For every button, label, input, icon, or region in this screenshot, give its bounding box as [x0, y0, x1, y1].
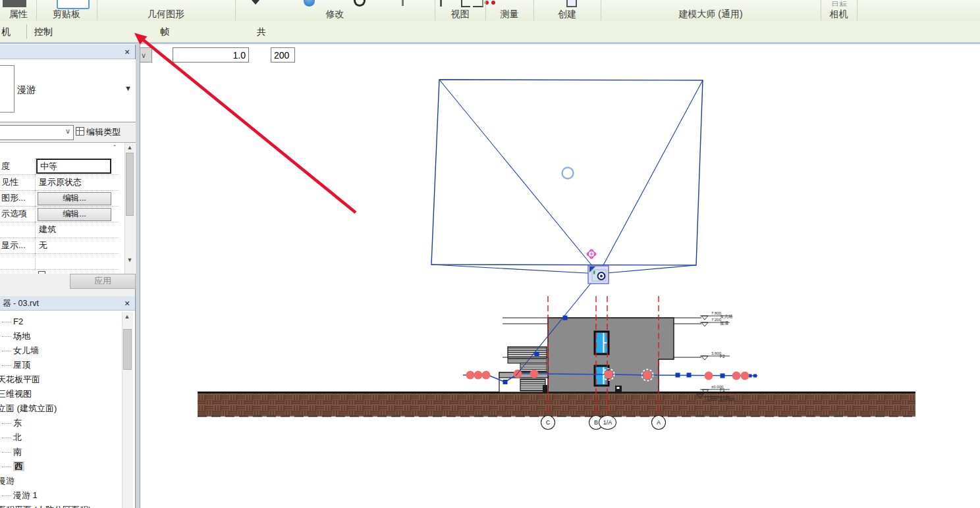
level-f2: 3.600 F2 — [700, 351, 730, 360]
window-upper[interactable] — [595, 332, 609, 354]
detail-level-value[interactable]: 中等 — [36, 159, 111, 174]
parts-visibility-value[interactable]: 显示原状态 — [36, 174, 118, 190]
properties-icon[interactable] — [3, 0, 26, 7]
scrollbar-thumb[interactable] — [126, 153, 134, 216]
control-label: 控制 — [34, 26, 53, 38]
tree-item-f2[interactable]: F2 — [0, 315, 121, 329]
filter-combo-row: ∨ 编辑类型 — [0, 122, 136, 142]
scroll-up-icon[interactable]: ▲ — [125, 143, 134, 152]
red-pins-icon[interactable] — [485, 0, 498, 5]
svg-text:B: B — [594, 419, 598, 426]
tree-cat-elevations[interactable]: 立面 (建筑立面) — [0, 401, 121, 416]
project-browser: 器 - 03.rvt × F2 场地 女儿墙 屋顶 天花板平面 三维视图 立面 … — [0, 296, 136, 508]
scroll-up-icon[interactable]: ▲ — [122, 312, 132, 321]
trim-icon[interactable] — [473, 0, 483, 7]
tree-item-west-selected[interactable]: 西 — [0, 459, 121, 474]
split-icon[interactable] — [461, 0, 470, 7]
ribbon-group-create[interactable]: 创建 — [533, 9, 601, 21]
chevron-down-icon: ∨ — [65, 127, 70, 136]
drawing-canvas[interactable]: 7.800 女儿墙 7.200 屋顶 3.600 F2 ±0.000 F1 — [140, 43, 980, 508]
small-glyph-icon[interactable] — [402, 0, 404, 6]
tree-cat-walkthroughs[interactable]: 漫游 — [0, 474, 121, 488]
blue-sphere-icon[interactable] — [304, 0, 315, 7]
ribbon-group-geometry[interactable]: 几何图形 — [97, 9, 235, 21]
discipline-value[interactable]: 建筑 — [36, 222, 118, 238]
panel-divider[interactable] — [136, 43, 140, 508]
site-ground[interactable] — [198, 392, 915, 417]
cube-icon[interactable] — [566, 0, 577, 7]
align-icon[interactable] — [440, 0, 442, 7]
tree-item-south[interactable]: 南 — [0, 445, 121, 459]
arc-icon[interactable] — [354, 0, 366, 7]
tree-item-east[interactable]: 东 — [0, 416, 121, 430]
properties-titlebar[interactable]: × — [0, 45, 135, 59]
browser-scrollbar[interactable]: ▲ — [122, 312, 133, 508]
ribbon-group-modeling-master[interactable]: 建模大师 (通用) — [601, 9, 821, 21]
level-roof: 7.200 屋顶 — [700, 318, 730, 326]
tree-cat-ceiling-plans[interactable]: 天花板平面 — [0, 372, 121, 387]
frame-label: 帧 — [160, 26, 169, 38]
tree-cat-area-plans-clipped[interactable]: 面积平面 (人防分区面积) — [0, 503, 121, 508]
property-row[interactable]: 度 中等 — [0, 159, 118, 175]
collapse-icon[interactable]: ˆ — [113, 144, 116, 152]
svg-text:-0.150: -0.150 — [706, 397, 718, 401]
modify-button-partial[interactable] — [57, 0, 90, 9]
vg-overrides-edit-button[interactable]: 编辑... — [38, 192, 111, 205]
ribbon-group-clipboard[interactable]: 剪贴板 — [36, 9, 97, 21]
ribbon-group-view[interactable]: 视图 — [435, 9, 485, 21]
tree-item-site[interactable]: 场地 — [0, 329, 121, 343]
property-row[interactable]: 示选项 编辑... — [0, 206, 118, 222]
property-row[interactable]: 图形... 编辑... — [0, 190, 118, 207]
tree-item-roof[interactable]: 屋顶 — [0, 358, 121, 372]
path-point-indicator[interactable] — [562, 168, 574, 179]
ribbon-separator — [97, 0, 97, 20]
dropdown-caret-icon[interactable] — [252, 0, 259, 5]
apply-button[interactable]: 应用 — [70, 274, 136, 289]
property-row-partial[interactable] — [0, 269, 118, 274]
camera-icon[interactable] — [588, 266, 609, 284]
property-row[interactable]: 见性 显示原状态 — [0, 174, 118, 191]
ribbon-tab-strip: 目标 属性 剪贴板 几何图形 修改 视图 测量 创建 建模大师 (通用) 相机 — [0, 0, 980, 21]
ribbon-separator — [857, 0, 858, 20]
property-label: 图形... — [0, 190, 36, 206]
ribbon-group-modify[interactable]: 修改 — [235, 9, 435, 21]
browser-title: 器 - 03.rvt — [3, 299, 39, 308]
ribbon-group-camera[interactable]: 相机 — [821, 9, 857, 21]
property-grid: ˆ 度 中等 见性 显示原状态 图形... 编辑... 示选项 编辑... 建筑 — [0, 142, 136, 274]
type-name: 漫游 — [17, 84, 36, 96]
property-row[interactable]: 建筑 — [0, 222, 118, 238]
options-bar: 机 控制 活动相机 ∨ 帧 共 — [0, 21, 980, 42]
edit-type-icon — [76, 127, 84, 136]
selected-view-label: 西 — [13, 461, 24, 471]
edit-type-label: 编辑类型 — [86, 127, 121, 137]
chevron-down-icon[interactable]: ▼ — [124, 84, 132, 92]
properties-scrollbar[interactable]: ▲ ▼ — [124, 143, 135, 274]
edit-type-button[interactable]: 编辑类型 — [76, 124, 135, 140]
scroll-down-icon[interactable]: ▼ — [125, 255, 134, 265]
properties-palette: × 漫游 ▼ ∨ 编辑类型 ˆ 度 中等 见性 显示原状态 — [0, 45, 136, 296]
checkbox-partial[interactable] — [38, 271, 45, 274]
total-label: 共 — [257, 26, 266, 38]
display-options-edit-button[interactable]: 编辑... — [38, 208, 111, 221]
camera-target-handle[interactable] — [587, 249, 595, 258]
camera-label-partial: 机 — [1, 26, 11, 38]
property-row[interactable]: 显示... 无 — [0, 238, 118, 254]
ribbon-group-measure[interactable]: 测量 — [485, 9, 533, 21]
type-selector[interactable]: 漫游 ▼ — [0, 59, 136, 122]
tree-cat-3d-views[interactable]: 三维视图 — [0, 387, 121, 401]
svg-text:女儿墙: 女儿墙 — [720, 314, 733, 319]
browser-titlebar[interactable]: 器 - 03.rvt × — [0, 296, 135, 311]
ribbon-group-properties[interactable]: 属性 — [0, 9, 36, 21]
property-label — [0, 253, 36, 269]
tree-item-walkthrough-1[interactable]: 漫游 1 — [0, 488, 121, 503]
tree-item-north[interactable]: 北 — [0, 430, 121, 445]
close-icon[interactable]: × — [122, 45, 132, 59]
element-filter-combo[interactable]: ∨ — [0, 125, 74, 140]
browser-tree: F2 场地 女儿墙 屋顶 天花板平面 三维视图 立面 (建筑立面) 东 北 南 … — [0, 311, 121, 508]
property-row[interactable] — [0, 253, 118, 270]
close-icon[interactable]: × — [122, 296, 132, 311]
analysis-display-value[interactable]: 无 — [36, 238, 118, 253]
scrollbar-thumb[interactable] — [123, 329, 132, 370]
ribbon-separator — [485, 0, 486, 20]
tree-item-parapet[interactable]: 女儿墙 — [0, 343, 121, 358]
